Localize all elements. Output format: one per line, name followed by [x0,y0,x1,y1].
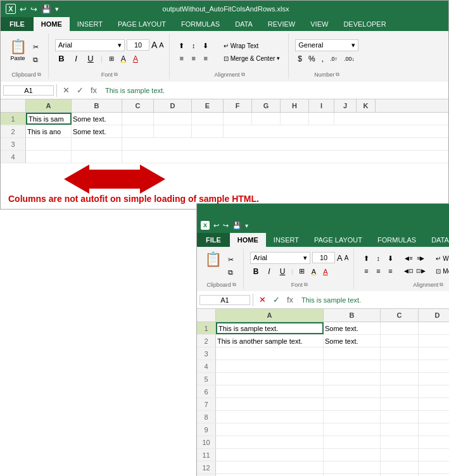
outer-redo-btn[interactable]: ↪ [30,4,37,14]
outer-cell-B3[interactable] [72,138,122,150]
inner-cell-A6[interactable] [216,385,324,398]
outer-fontcolor-btn[interactable]: A [130,53,141,65]
inner-underline-btn[interactable]: U [277,265,288,278]
inner-col-header-B[interactable]: B [324,309,381,322]
outer-copy-btn[interactable]: ⧉ [28,54,43,65]
outer-cell-G1[interactable] [252,113,281,125]
outer-font-selector[interactable]: Arial▾ [55,39,125,51]
inner-cell-A11[interactable] [216,449,324,461]
inner-cell-B9[interactable] [324,423,381,435]
outer-merge-center-btn[interactable]: ⊡ Merge & Center ▾ [220,54,284,63]
outer-cancel-formula-btn[interactable]: ✕ [60,84,72,97]
outer-more-btn[interactable]: ▾ [55,5,59,13]
outer-col-header-G[interactable]: G [252,99,281,112]
inner-cell-D1[interactable] [419,322,449,334]
outer-save-btn[interactable]: 💾 [41,4,51,14]
inner-cell-C6[interactable] [381,385,419,398]
outer-tab-file[interactable]: FILE [1,17,34,31]
inner-cell-A1[interactable]: This is sample text. [216,322,324,334]
inner-cell-C9[interactable] [381,423,419,435]
outer-cell-A3[interactable] [26,138,72,150]
outer-dec-inc-btn[interactable]: .0↑ [327,53,340,65]
outer-align-right[interactable]: ≡ [200,53,212,64]
inner-align-bot[interactable]: ⬇ [384,253,396,264]
outer-cell-ref[interactable]: A1 [3,85,54,96]
outer-tab-formulas[interactable]: FORMULAS [174,17,227,31]
outer-paste-btn[interactable]: 📋 Paste [9,39,26,61]
outer-col-header-H[interactable]: H [281,99,309,112]
inner-fx-btn[interactable]: fx [284,294,296,306]
outer-cell-B2[interactable]: Some text. [72,125,122,137]
inner-col-header-C[interactable]: C [381,309,419,322]
inner-cell-B2[interactable]: Some text. [324,335,381,347]
inner-cell-A7[interactable] [216,398,324,410]
inner-cell-C10[interactable] [381,436,419,448]
outer-cell-H1[interactable] [281,113,309,125]
inner-italic-btn[interactable]: I [263,265,275,278]
outer-comma-btn[interactable]: , [319,53,326,65]
outer-confirm-formula-btn[interactable]: ✓ [73,84,86,97]
inner-paste-btn[interactable]: 📋 [205,251,221,268]
outer-cell-F1[interactable] [224,113,252,125]
inner-outdent-btn[interactable]: ◀≡ [403,253,414,264]
inner-tab-insert[interactable]: INSERT [266,233,307,247]
outer-col-header-K[interactable]: K [357,99,376,112]
inner-cell-C2[interactable] [381,335,419,347]
outer-cell-C1[interactable] [122,113,154,125]
inner-col-header-D[interactable]: D [419,309,449,322]
inner-cell-B5[interactable] [324,373,381,385]
outer-align-center[interactable]: ≡ [188,53,199,64]
inner-cancel-formula-btn[interactable]: ✕ [256,294,269,306]
inner-fill-btn[interactable]: A [309,265,319,278]
inner-tab-home[interactable]: HOME [230,233,266,247]
outer-col-header-A[interactable]: A [26,99,72,112]
outer-align-top[interactable]: ⬆ [176,40,187,51]
outer-bold-btn[interactable]: B [55,53,68,65]
outer-col-header-B[interactable]: B [72,99,122,112]
outer-cell-C2[interactable] [122,125,154,137]
outer-fill-btn[interactable]: A [118,53,129,65]
inner-cell-B3[interactable] [324,348,381,360]
outer-col-header-C[interactable]: C [122,99,154,112]
inner-cell-ref[interactable]: A1 [199,295,250,305]
inner-save[interactable]: 💾 [232,222,241,230]
inner-align-mid[interactable]: ↕ [372,253,384,264]
inner-cell-A8[interactable] [216,411,324,423]
outer-tab-pagelayout[interactable]: PAGE LAYOUT [110,17,174,31]
inner-font-dec[interactable]: A [345,254,349,261]
outer-col-header-J[interactable]: J [334,99,357,112]
outer-num-format[interactable]: General▾ [295,39,358,51]
outer-cell-I1[interactable] [309,113,334,125]
inner-cell-C8[interactable] [381,411,419,423]
inner-cell-C3[interactable] [381,348,419,360]
outer-currency-btn[interactable]: $ [295,53,305,65]
inner-formula-input[interactable]: This is sample text. [299,296,449,304]
outer-cut-btn[interactable]: ✂ [28,41,43,53]
inner-cell-A10[interactable] [216,436,324,448]
outer-font-inc[interactable]: A [151,40,157,50]
inner-redo[interactable]: ↪ [223,222,229,230]
outer-cell-A1[interactable]: This is sam [26,113,72,125]
outer-undo-btn[interactable]: ↩ [20,4,27,14]
inner-cell-B11[interactable] [324,449,381,461]
inner-font-inc[interactable]: A [337,253,343,263]
inner-align-center[interactable]: ≡ [372,265,384,277]
outer-cell-E2[interactable] [192,125,224,137]
inner-cell-B8[interactable] [324,411,381,423]
inner-align-top[interactable]: ⬆ [360,253,372,264]
inner-confirm-formula-btn[interactable]: ✓ [270,294,282,306]
outer-fx-btn[interactable]: fx [87,84,100,97]
outer-col-header-E[interactable]: E [192,99,224,112]
inner-cell-C11[interactable] [381,449,419,461]
inner-more[interactable]: ▾ [245,222,248,229]
outer-cell-D1[interactable] [154,113,192,125]
outer-font-size[interactable]: 10 [127,39,149,51]
outer-align-bot[interactable]: ⬇ [200,40,212,51]
outer-formula-input[interactable]: This is sample text. [103,86,446,95]
inner-merge-center-btn[interactable]: ⊡ Merge & Center ▾ [433,266,449,276]
inner-cell-C1[interactable] [381,322,419,334]
inner-cell-A3[interactable] [216,348,324,360]
outer-underline-btn[interactable]: U [84,53,97,65]
inner-cell-B1[interactable]: Some text. [324,322,381,334]
outer-tab-data[interactable]: DATA [227,17,260,31]
